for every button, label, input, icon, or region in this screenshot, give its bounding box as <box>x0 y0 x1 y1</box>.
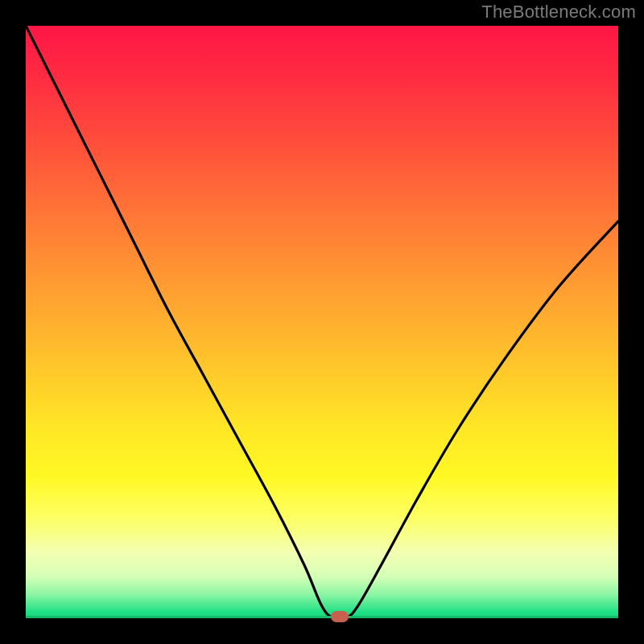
chart-frame: TheBottleneck.com <box>0 0 644 644</box>
optimal-point-marker <box>331 611 349 622</box>
plot-area <box>26 26 618 618</box>
curve-svg <box>26 26 618 618</box>
baseline-stripe <box>26 616 618 618</box>
bottleneck-curve <box>26 26 618 618</box>
watermark-text: TheBottleneck.com <box>481 2 636 23</box>
